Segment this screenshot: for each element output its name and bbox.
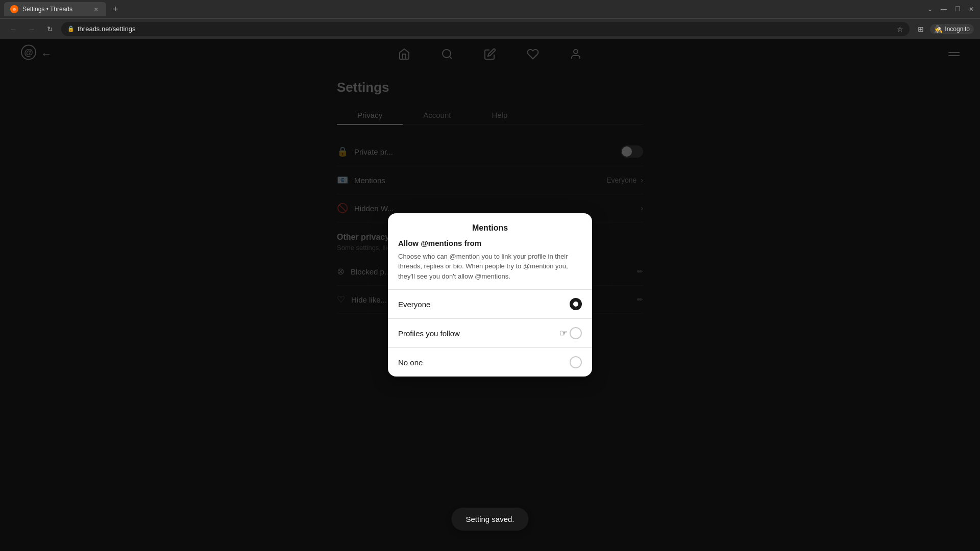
- incognito-label: Incognito: [945, 26, 970, 33]
- radio-no-one[interactable]: [570, 356, 582, 368]
- option-everyone-label: Everyone: [398, 300, 430, 309]
- incognito-profile-button[interactable]: 🕵 Incognito: [930, 24, 974, 34]
- toast-message: Setting saved.: [465, 515, 514, 523]
- browser-close-button[interactable]: ✕: [967, 4, 976, 15]
- modal-section-title: Allow @mentions from: [398, 239, 582, 247]
- tab-controls: ⌄ — ❐ ✕: [925, 4, 976, 15]
- modal-overlay[interactable]: Mentions Allow @mentions from Choose who…: [0, 39, 980, 551]
- mentions-modal: Mentions Allow @mentions from Choose who…: [388, 213, 592, 377]
- nav-bar: ← → ↻ 🔒 threads.net/settings ☆ ⊞ 🕵 Incog…: [0, 18, 980, 39]
- option-profiles-follow-right: ☞: [559, 327, 582, 339]
- url-display: threads.net/settings: [78, 25, 894, 33]
- back-button[interactable]: ←: [6, 22, 20, 36]
- lock-icon: 🔒: [67, 26, 75, 32]
- nav-right-buttons: ⊞ 🕵 Incognito: [914, 22, 974, 36]
- restore-button[interactable]: ❐: [953, 4, 963, 15]
- modal-description-section: Allow @mentions from Choose who can @men…: [388, 239, 592, 290]
- tab-favicon: @: [10, 5, 18, 13]
- address-bar[interactable]: 🔒 threads.net/settings ☆: [61, 22, 910, 36]
- new-tab-button[interactable]: +: [108, 2, 122, 16]
- svg-text:@: @: [13, 8, 16, 11]
- browser-chrome: @ Settings • Threads ✕ + ⌄ — ❐ ✕ ← → ↻ 🔒…: [0, 0, 980, 39]
- option-no-one-label: No one: [398, 358, 423, 367]
- option-profiles-follow-label: Profiles you follow: [398, 329, 460, 338]
- tab-close-button[interactable]: ✕: [92, 5, 100, 13]
- refresh-button[interactable]: ↻: [43, 22, 57, 36]
- modal-options: Everyone Profiles you follow ☞ No one: [388, 289, 592, 377]
- modal-title: Mentions: [388, 213, 592, 239]
- option-everyone[interactable]: Everyone: [388, 289, 592, 318]
- cursor-hand-icon: ☞: [559, 328, 568, 339]
- toast-notification: Setting saved.: [451, 508, 528, 531]
- tab-list-button[interactable]: ⌄: [925, 4, 935, 15]
- tab-title: Settings • Threads: [22, 6, 88, 13]
- threads-app: @ ←: [0, 39, 980, 551]
- radio-everyone[interactable]: [570, 298, 582, 310]
- forward-button[interactable]: →: [24, 22, 39, 36]
- option-profiles-follow[interactable]: Profiles you follow ☞: [388, 318, 592, 347]
- radio-profiles-follow[interactable]: [570, 327, 582, 339]
- extensions-button[interactable]: ⊞: [914, 22, 928, 36]
- page-background: @ ←: [0, 39, 980, 551]
- option-no-one[interactable]: No one: [388, 347, 592, 377]
- modal-section-desc: Choose who can @mention you to link your…: [398, 252, 582, 282]
- minimize-button[interactable]: —: [939, 4, 949, 15]
- bookmark-star-icon[interactable]: ☆: [897, 25, 903, 33]
- active-tab[interactable]: @ Settings • Threads ✕: [4, 2, 106, 16]
- tab-bar: @ Settings • Threads ✕ + ⌄ — ❐ ✕: [0, 0, 980, 18]
